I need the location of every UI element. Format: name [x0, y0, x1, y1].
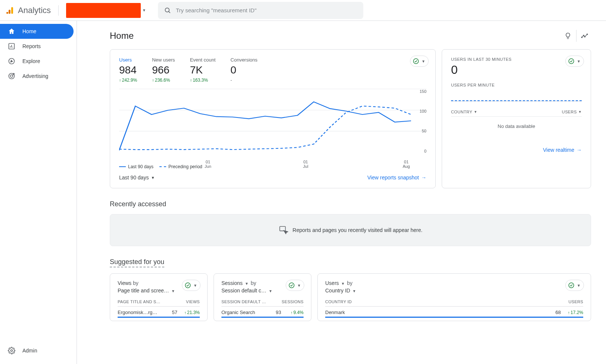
svg-point-22 — [185, 283, 190, 288]
view-realtime-link[interactable]: View realtime→ — [543, 147, 582, 153]
redacted-account-label — [66, 3, 141, 18]
realtime-card: ▼ USERS IN LAST 30 MINUTES 0 USERS PER M… — [442, 49, 591, 188]
metric-value: 7K — [190, 63, 216, 78]
svg-line-4 — [169, 11, 170, 13]
metric-users[interactable]: Users 984 242.9% — [119, 57, 137, 83]
chevron-down-icon: ▼ — [296, 283, 302, 288]
metric-change: 236.6% — [152, 78, 175, 83]
row-value: 68 — [546, 310, 561, 315]
svg-point-23 — [289, 283, 294, 288]
arrow-right-icon: → — [577, 147, 582, 153]
suggested-heading: Suggested for you — [110, 258, 164, 267]
card-status-button[interactable]: ▼ — [182, 280, 201, 291]
overview-chart: 150 100 50 0 01Jun — [119, 89, 426, 160]
x-tick-day: 01 — [403, 160, 410, 164]
chevron-down-icon: ▼ — [151, 176, 155, 180]
y-tick: 100 — [420, 109, 426, 113]
metric-label: Users — [119, 57, 137, 63]
view-reports-snapshot-link[interactable]: View reports snapshot→ — [367, 175, 426, 181]
row-label: Ergonomisk…rgo Design — [118, 310, 162, 315]
sidebar-item-explore[interactable]: Explore — [0, 54, 74, 69]
y-tick: 0 — [424, 149, 426, 153]
table-row[interactable]: Organic Search939.4% — [221, 307, 304, 316]
svg-point-16 — [581, 37, 582, 38]
realtime-subtitle: USERS PER MINUTE — [451, 83, 582, 87]
svg-rect-1 — [9, 10, 10, 14]
sidebar-item-reports[interactable]: Reports — [0, 39, 74, 54]
arrow-right-icon: → — [421, 175, 426, 181]
home-icon — [7, 27, 16, 35]
bar-chart-icon — [7, 42, 16, 50]
row-bar — [325, 317, 583, 318]
chevron-down-icon: ▼ — [420, 59, 427, 63]
x-tick-mon: Jul — [303, 164, 308, 169]
table-row[interactable]: Ergonomisk…rgo Design5721.3% — [118, 307, 200, 316]
chevron-down-icon: ▼ — [578, 110, 582, 114]
col-header: PAGE TITLE AND S… — [118, 299, 161, 304]
metric-value: 984 — [119, 63, 137, 78]
sidebar-item-advertising[interactable]: Advertising — [0, 69, 74, 84]
svg-point-3 — [165, 8, 169, 12]
app-header: Analytics ▼ Try searching "measurement I… — [0, 0, 606, 21]
sidebar: Home Reports Explore Advertising Admin — [0, 21, 77, 364]
metric-change: 163.3% — [190, 78, 216, 83]
trend-icon[interactable] — [576, 30, 588, 42]
metric-event-count[interactable]: Event count 7K 163.3% — [190, 57, 216, 83]
row-bar — [118, 317, 200, 318]
search-input[interactable]: Try searching "measurement ID" — [158, 2, 363, 19]
row-pct: 21.3% — [177, 310, 200, 315]
overview-card: ▼ Users 984 242.9% New users 966 236.6% — [110, 49, 436, 188]
sidebar-item-home[interactable]: Home — [0, 24, 74, 39]
insights-icon[interactable] — [560, 30, 572, 42]
cursor-click-icon — [279, 225, 288, 235]
card-status-button[interactable]: ▼ — [286, 280, 304, 291]
y-tick: 150 — [420, 89, 426, 94]
row-label: Denmark — [325, 310, 546, 315]
row-bar — [221, 317, 304, 318]
row-label: Organic Search — [221, 310, 266, 315]
check-circle-icon — [288, 281, 296, 289]
svg-point-24 — [569, 283, 574, 288]
table-row[interactable]: Denmark6817.2% — [325, 307, 583, 316]
per-minute-chart — [451, 92, 582, 101]
sidebar-item-label: Home — [22, 28, 36, 34]
chevron-down-icon: ▼ — [171, 289, 176, 293]
account-selector[interactable]: ▼ — [66, 3, 146, 18]
country-column-header[interactable]: COUNTRY▼ — [451, 110, 477, 114]
metric-label: Conversions — [230, 57, 257, 63]
row-value: 57 — [162, 310, 177, 315]
chevron-down-icon: ▼ — [575, 283, 582, 288]
logo-block: Analytics — [6, 6, 51, 15]
card-status-button[interactable]: ▼ — [565, 56, 584, 67]
svg-point-20 — [569, 59, 574, 64]
chart-legend: Last 90 days Preceding period — [119, 164, 426, 169]
svg-point-17 — [413, 59, 419, 64]
suggested-row: ▼Views byPage title and scree… ▼PAGE TIT… — [110, 273, 591, 321]
card-status-button[interactable]: ▼ — [565, 280, 584, 291]
date-range-selector[interactable]: Last 90 days▼ — [119, 175, 155, 181]
main-content: Home ▼ Users 984 — [77, 21, 606, 364]
check-circle-icon — [567, 57, 575, 65]
sidebar-item-label: Explore — [22, 58, 40, 64]
sidebar-item-admin[interactable]: Admin — [0, 343, 74, 358]
suggested-title[interactable]: Users ▼ byCountry ID ▼ — [325, 280, 583, 294]
chevron-down-icon: ▼ — [340, 282, 345, 286]
x-tick-mon: Aug — [403, 164, 410, 169]
chevron-down-icon: ▼ — [352, 289, 357, 293]
suggested-card: ▼Users ▼ byCountry ID ▼COUNTRY IDUSERSDe… — [317, 273, 591, 321]
card-status-button[interactable]: ▼ — [410, 56, 429, 67]
check-circle-icon — [184, 281, 192, 289]
svg-point-13 — [583, 35, 584, 36]
sidebar-item-label: Admin — [22, 348, 37, 354]
metric-new-users[interactable]: New users 966 236.6% — [152, 57, 175, 83]
col-header: COUNTRY ID — [325, 299, 352, 304]
users-column-header[interactable]: USERS▼ — [562, 110, 582, 114]
legend-prev: Preceding period — [168, 164, 202, 169]
row-pct: 17.2% — [561, 310, 583, 315]
metric-conversions[interactable]: Conversions 0 - — [230, 57, 257, 83]
suggested-card: ▼Sessions ▼ bySession default c… ▼SESSIO… — [214, 273, 311, 321]
svg-point-12 — [11, 350, 13, 352]
metric-change: - — [230, 78, 257, 83]
realtime-title: USERS IN LAST 30 MINUTES — [451, 57, 582, 62]
y-tick: 50 — [422, 129, 426, 133]
